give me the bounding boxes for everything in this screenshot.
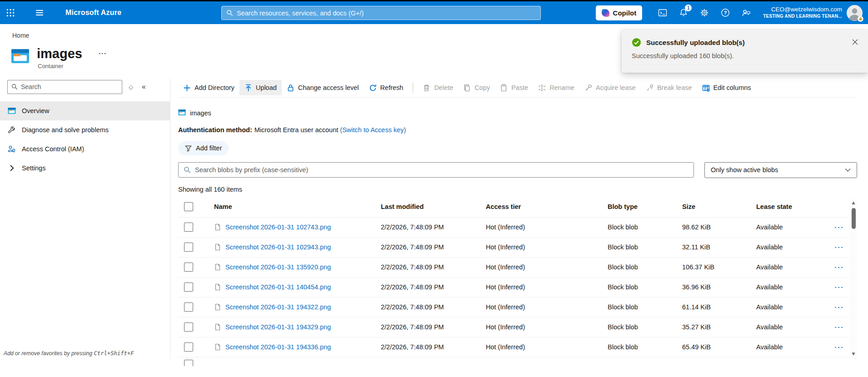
- row-menu-button[interactable]: ···: [835, 283, 844, 291]
- cell-blob-type: Block blob: [608, 343, 682, 351]
- switch-access-key-link[interactable]: (Switch to Access key): [340, 126, 406, 134]
- toast-close-icon[interactable]: [851, 38, 859, 46]
- change-access-level-button[interactable]: Change access level: [282, 80, 364, 95]
- add-directory-button[interactable]: Add Directory: [178, 80, 239, 95]
- column-header-blob-type[interactable]: Blob type: [608, 203, 682, 210]
- sidebar-search-box[interactable]: [7, 80, 122, 94]
- breadcrumb-home-link[interactable]: Home: [12, 32, 29, 39]
- column-header-size[interactable]: Size: [682, 203, 756, 210]
- row-menu-button[interactable]: ···: [835, 263, 844, 271]
- avatar[interactable]: [847, 5, 863, 21]
- blob-name-link[interactable]: Screenshot 2026-01-31 135920.png: [225, 263, 331, 271]
- row-menu-button[interactable]: ···: [835, 323, 844, 331]
- sidebar-item-label: Overview: [22, 107, 49, 114]
- row-menu-button[interactable]: ···: [835, 343, 844, 351]
- edit-columns-button[interactable]: Edit columns: [697, 80, 756, 95]
- refresh-icon: [369, 84, 377, 92]
- row-checkbox[interactable]: [184, 283, 193, 292]
- sidebar-collapse-icon[interactable]: «: [141, 82, 146, 91]
- toast-message: Successfully uploaded 160 blob(s).: [632, 52, 859, 60]
- row-checkbox[interactable]: [184, 322, 193, 332]
- account-menu[interactable]: CEO@wetzelwisdom.com TESTING AND LEARNIN…: [763, 6, 842, 19]
- feedback-icon[interactable]: [736, 1, 757, 24]
- cell-lease-state: Available: [756, 263, 833, 271]
- cell-access-tier: Hot (Inferred): [486, 283, 608, 291]
- auth-method-row: Authentication method:Microsoft Entra us…: [178, 126, 857, 134]
- row-checkbox[interactable]: [184, 263, 193, 272]
- sidebar-item-settings[interactable]: Settings: [0, 159, 170, 178]
- chevron-right-icon: [8, 164, 16, 172]
- blob-name-link[interactable]: Screenshot 2026-01-31 140454.png: [225, 283, 331, 291]
- cell-blob-type: Block blob: [608, 263, 682, 271]
- sidebar-item-access-control[interactable]: Access Control (IAM): [0, 139, 170, 159]
- toast-title: Successfully uploaded blob(s): [646, 39, 745, 46]
- page: Home images Container ··· ◇ «: [0, 24, 868, 377]
- cloud-shell-icon[interactable]: [652, 1, 673, 24]
- row-checkbox[interactable]: [184, 243, 193, 252]
- blob-name-link[interactable]: Screenshot 2026-01-31 194329.png: [225, 323, 331, 331]
- blob-name-link[interactable]: Screenshot 2026-01-31 102743.png: [225, 223, 331, 231]
- copilot-button[interactable]: Copilot: [596, 5, 643, 20]
- blob-name-link[interactable]: Screenshot 2026-01-31 194336.png: [225, 343, 331, 351]
- file-icon: [214, 303, 221, 311]
- waffle-menu-icon[interactable]: [0, 1, 21, 24]
- upload-button[interactable]: Upload: [239, 80, 282, 95]
- topbar-left-group: Microsoft Azure: [0, 1, 121, 24]
- cell-last-modified: 2/2/2026, 7:48:09 PM: [381, 323, 486, 331]
- container-icon: [11, 47, 30, 65]
- scrollbar-thumb[interactable]: [852, 208, 856, 229]
- paste-button[interactable]: Paste: [495, 80, 533, 95]
- page-subtitle: Container: [38, 63, 82, 69]
- filter-funnel-icon: [185, 145, 192, 152]
- hamburger-menu-icon[interactable]: [29, 1, 50, 24]
- sidebar-search-input[interactable]: [21, 83, 118, 90]
- row-menu-button[interactable]: ···: [835, 243, 844, 251]
- row-checkbox[interactable]: [184, 360, 193, 366]
- sidebar-item-overview[interactable]: Overview: [0, 101, 170, 120]
- blob-name-link[interactable]: Screenshot 2026-01-31 102943.png: [225, 243, 331, 251]
- copy-button[interactable]: Copy: [458, 80, 495, 95]
- row-checkbox[interactable]: [184, 223, 193, 232]
- row-menu-button[interactable]: ···: [835, 223, 844, 231]
- sidebar-dock-icon[interactable]: ◇: [129, 84, 133, 90]
- column-header-last-modified[interactable]: Last modified: [381, 203, 486, 210]
- resource-sidebar: ◇ « Overview Diagnose and solve problems: [0, 79, 170, 359]
- chevron-down-icon: [845, 168, 851, 172]
- break-lease-icon: [646, 84, 653, 92]
- search-icon: [226, 10, 233, 16]
- row-menu-button[interactable]: ···: [835, 303, 844, 311]
- blob-search-input[interactable]: [195, 166, 688, 174]
- paste-icon: [500, 84, 508, 92]
- acquire-lease-button[interactable]: Acquire lease: [579, 80, 641, 95]
- refresh-button[interactable]: Refresh: [364, 80, 409, 95]
- notifications-bell-icon[interactable]: 1: [673, 1, 694, 24]
- table-scrollbar[interactable]: ▲ ▼: [850, 199, 857, 359]
- break-lease-button[interactable]: Break lease: [641, 80, 697, 95]
- cell-access-tier: Hot (Inferred): [486, 263, 608, 271]
- brand-title[interactable]: Microsoft Azure: [65, 9, 121, 17]
- sidebar-item-diagnose[interactable]: Diagnose and solve problems: [0, 120, 170, 139]
- page-more-menu-icon[interactable]: ···: [99, 50, 107, 57]
- blob-search-box[interactable]: [178, 162, 694, 178]
- global-search-box[interactable]: [221, 6, 541, 20]
- blob-view-dropdown[interactable]: Only show active blobs: [704, 162, 857, 178]
- file-icon: [214, 263, 221, 271]
- column-header-access-tier[interactable]: Access tier: [486, 203, 608, 210]
- add-filter-button[interactable]: Add filter: [178, 141, 229, 155]
- rename-button[interactable]: Rename: [533, 80, 579, 95]
- scroll-up-icon[interactable]: ▲: [852, 199, 855, 207]
- global-search-input[interactable]: [237, 10, 536, 17]
- column-header-lease-state[interactable]: Lease state: [756, 203, 833, 210]
- cell-blob-type: Block blob: [608, 303, 682, 311]
- blob-name-link[interactable]: Screenshot 2026-01-31 194322.png: [225, 303, 331, 311]
- scroll-down-icon[interactable]: ▼: [852, 350, 855, 358]
- cell-size: 65.49 KiB: [682, 343, 756, 351]
- sidebar-item-label: Access Control (IAM): [22, 145, 84, 153]
- row-checkbox[interactable]: [184, 303, 193, 312]
- column-header-name[interactable]: Name: [214, 203, 381, 210]
- select-all-checkbox[interactable]: [184, 202, 193, 211]
- help-icon[interactable]: ?: [715, 1, 736, 24]
- settings-gear-icon[interactable]: [694, 1, 715, 24]
- delete-button[interactable]: Delete: [418, 80, 458, 95]
- row-checkbox[interactable]: [184, 342, 193, 352]
